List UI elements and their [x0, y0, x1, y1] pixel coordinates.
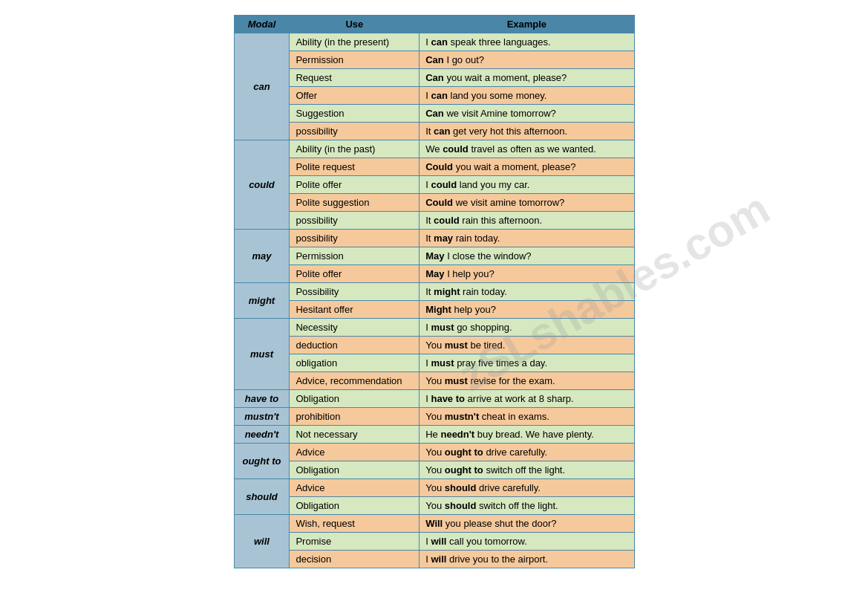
use-cell: Possibility: [290, 283, 420, 301]
example-cell: May I close the window?: [420, 247, 634, 265]
modal-cell: could: [234, 140, 290, 230]
table-row: needn'tNot necessaryHe needn't buy bread…: [234, 426, 634, 444]
main-wrapper: zSLshables.com Modal Use Example canAbil…: [234, 15, 635, 568]
use-cell: Hesitant offer: [290, 301, 420, 319]
example-cell: I have to arrive at work at 8 sharp.: [420, 390, 634, 408]
use-cell: Suggestion: [290, 105, 420, 123]
use-cell: Polite request: [290, 158, 420, 176]
table-row: decisionI will drive you to the airport.: [234, 551, 634, 568]
table-row: PromiseI will call you tomorrow.: [234, 533, 634, 551]
example-cell: You ought to switch off the light.: [420, 461, 634, 479]
example-cell: Can I go out?: [420, 51, 634, 69]
use-cell: Permission: [290, 247, 420, 265]
example-cell: We could travel as often as we wanted.: [420, 140, 634, 158]
modal-cell: needn't: [234, 426, 290, 444]
table-row: ObligationYou ought to switch off the li…: [234, 461, 634, 479]
use-cell: Wish, request: [290, 515, 420, 533]
header-use: Use: [290, 16, 420, 33]
use-cell: Advice: [290, 444, 420, 461]
example-cell: Could you wait a moment, please?: [420, 158, 634, 176]
modal-cell: ought to: [234, 444, 290, 479]
header-row: Modal Use Example: [234, 16, 634, 33]
use-cell: possibility: [290, 123, 420, 140]
example-cell: You should drive carefully.: [420, 479, 634, 497]
table-row: Polite offerI could land you my car.: [234, 176, 634, 194]
example-cell: Can you wait a moment, please?: [420, 69, 634, 87]
example-cell: You ought to drive carefully.: [420, 444, 634, 461]
modal-cell: must: [234, 319, 290, 390]
example-cell: Might help you?: [420, 301, 634, 319]
example-cell: I could land you my car.: [420, 176, 634, 194]
example-cell: May I help you?: [420, 265, 634, 283]
table-row: OfferI can land you some money.: [234, 87, 634, 105]
example-cell: I must pray five times a day.: [420, 354, 634, 372]
example-cell: I can land you some money.: [420, 87, 634, 105]
example-cell: I can speak three languages.: [420, 33, 634, 51]
use-cell: Offer: [290, 87, 420, 105]
example-cell: I must go shopping.: [420, 319, 634, 337]
modal-cell: might: [234, 283, 290, 319]
table-row: Advice, recommendationYou must revise fo…: [234, 372, 634, 390]
modal-cell: mustn't: [234, 408, 290, 426]
use-cell: deduction: [290, 337, 420, 354]
table-row: mightPossibilityIt might rain today.: [234, 283, 634, 301]
use-cell: Obligation: [290, 461, 420, 479]
table-row: mustn'tprohibitionYou mustn't cheat in e…: [234, 408, 634, 426]
modals-table: Modal Use Example canAbility (in the pre…: [234, 15, 635, 568]
modal-cell: may: [234, 230, 290, 283]
example-cell: It can get very hot this afternoon.: [420, 123, 634, 140]
table-row: PermissionMay I close the window?: [234, 247, 634, 265]
modal-cell: should: [234, 479, 290, 515]
modal-cell: will: [234, 515, 290, 568]
use-cell: decision: [290, 551, 420, 568]
example-cell: You mustn't cheat in exams.: [420, 408, 634, 426]
example-cell: You must be tired.: [420, 337, 634, 354]
table-row: possibilityIt could rain this afternoon.: [234, 212, 634, 230]
example-cell: It might rain today.: [420, 283, 634, 301]
table-row: Polite offerMay I help you?: [234, 265, 634, 283]
use-cell: prohibition: [290, 408, 420, 426]
use-cell: Advice, recommendation: [290, 372, 420, 390]
use-cell: Not necessary: [290, 426, 420, 444]
use-cell: Polite offer: [290, 176, 420, 194]
table-row: ought toAdviceYou ought to drive careful…: [234, 444, 634, 461]
use-cell: Polite offer: [290, 265, 420, 283]
use-cell: Necessity: [290, 319, 420, 337]
table-row: couldAbility (in the past)We could trave…: [234, 140, 634, 158]
use-cell: Polite suggestion: [290, 194, 420, 212]
table-row: ObligationYou should switch off the ligh…: [234, 497, 634, 515]
example-cell: I will drive you to the airport.: [420, 551, 634, 568]
table-row: shouldAdviceYou should drive carefully.: [234, 479, 634, 497]
table-row: possibilityIt can get very hot this afte…: [234, 123, 634, 140]
example-cell: You must revise for the exam.: [420, 372, 634, 390]
example-cell: Will you please shut the door?: [420, 515, 634, 533]
use-cell: Promise: [290, 533, 420, 551]
use-cell: possibility: [290, 230, 420, 247]
use-cell: obligation: [290, 354, 420, 372]
use-cell: Advice: [290, 479, 420, 497]
table-row: obligationI must pray five times a day.: [234, 354, 634, 372]
example-cell: Could we visit amine tomorrow?: [420, 194, 634, 212]
table-row: Hesitant offerMight help you?: [234, 301, 634, 319]
use-cell: Obligation: [290, 390, 420, 408]
table-row: deductionYou must be tired.: [234, 337, 634, 354]
table-row: maypossibilityIt may rain today.: [234, 230, 634, 247]
use-cell: Permission: [290, 51, 420, 69]
table-row: SuggestionCan we visit Amine tomorrow?: [234, 105, 634, 123]
example-cell: It could rain this afternoon.: [420, 212, 634, 230]
table-row: willWish, requestWill you please shut th…: [234, 515, 634, 533]
use-cell: Ability (in the past): [290, 140, 420, 158]
table-row: mustNecessityI must go shopping.: [234, 319, 634, 337]
example-cell: He needn't buy bread. We have plenty.: [420, 426, 634, 444]
modal-cell: have to: [234, 390, 290, 408]
use-cell: Obligation: [290, 497, 420, 515]
example-cell: Can we visit Amine tomorrow?: [420, 105, 634, 123]
example-cell: I will call you tomorrow.: [420, 533, 634, 551]
table-row: have toObligationI have to arrive at wor…: [234, 390, 634, 408]
table-row: canAbility (in the present)I can speak t…: [234, 33, 634, 51]
use-cell: Request: [290, 69, 420, 87]
header-modal: Modal: [234, 16, 290, 33]
table-row: Polite suggestionCould we visit amine to…: [234, 194, 634, 212]
table-row: Polite requestCould you wait a moment, p…: [234, 158, 634, 176]
example-cell: It may rain today.: [420, 230, 634, 247]
